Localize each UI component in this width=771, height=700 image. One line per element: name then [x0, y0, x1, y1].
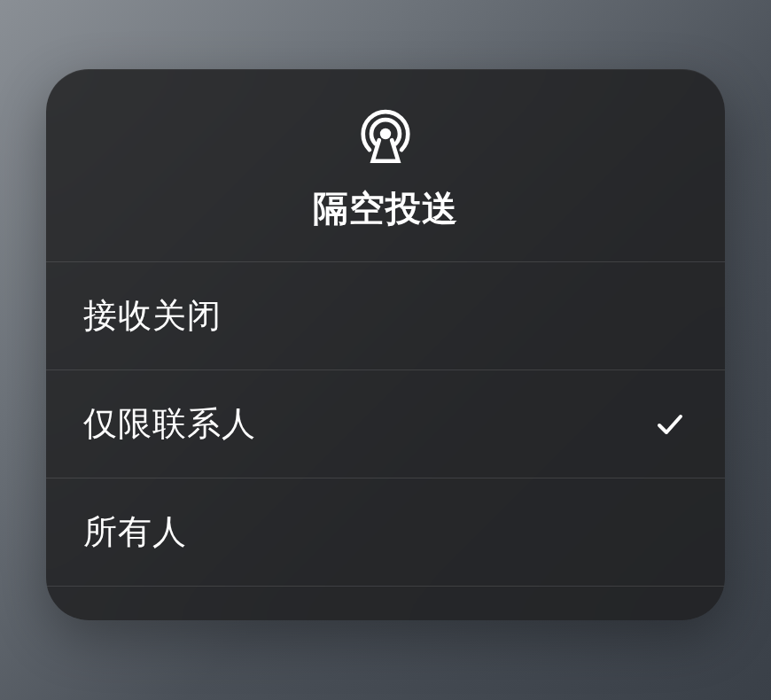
option-label: 仅限联系人	[83, 401, 256, 447]
panel-header: 隔空投送	[46, 69, 725, 262]
panel-bottom-spacer	[46, 587, 725, 620]
checkmark-icon	[652, 407, 688, 442]
svg-point-0	[380, 128, 391, 139]
option-receiving-off[interactable]: 接收关闭	[46, 262, 725, 370]
airdrop-settings-panel: 隔空投送 接收关闭 仅限联系人 所有人	[46, 69, 725, 620]
checkmark-icon	[652, 515, 688, 550]
airdrop-icon	[356, 105, 415, 163]
options-list: 接收关闭 仅限联系人 所有人	[46, 262, 725, 587]
option-label: 所有人	[83, 509, 187, 555]
option-everyone[interactable]: 所有人	[46, 478, 725, 587]
checkmark-icon	[652, 299, 688, 334]
option-label: 接收关闭	[83, 293, 222, 338]
panel-title: 隔空投送	[313, 184, 458, 233]
option-contacts-only[interactable]: 仅限联系人	[46, 370, 725, 478]
